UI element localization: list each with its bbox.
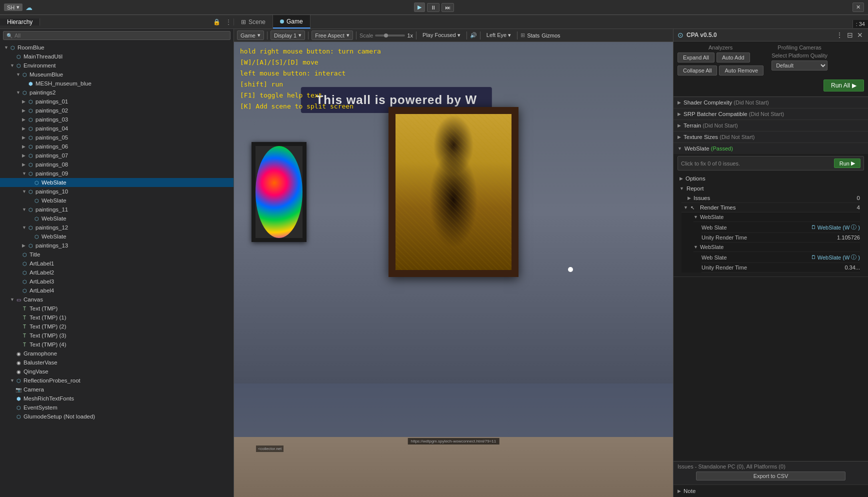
sub1-ws-link[interactable]: 🗒 WebSlate (W ⓘ ) xyxy=(811,224,860,231)
tree-item[interactable]: ▼⬡ReflectionProbes_root xyxy=(0,376,234,385)
hierarchy-menu-icon[interactable]: ⋮ xyxy=(224,18,234,26)
cpa-content[interactable]: ▶ Shader Complexity (Did Not Start) ▶ SR… xyxy=(674,97,868,461)
webslate-section-header[interactable]: ▼ WebSlate (Passed) xyxy=(674,143,868,154)
game-dropdown-arrow: ▾ xyxy=(258,32,260,38)
expand-all-button[interactable]: Expand All xyxy=(678,52,714,62)
run-button[interactable]: Run ▶ xyxy=(834,158,860,168)
tree-item[interactable]: ⬢MESH_museum_blue xyxy=(0,79,234,88)
tree-item[interactable]: ▶⬡paintings_06 xyxy=(0,142,234,151)
step-button[interactable]: ⏭ xyxy=(442,3,454,12)
terrain-section-header[interactable]: ▶ Terrain (Did Not Start) xyxy=(674,120,868,131)
pause-button[interactable]: ⏸ xyxy=(427,3,440,12)
play-focused-button[interactable]: Play Focused ▾ xyxy=(420,32,464,39)
auto-remove-button[interactable]: Auto Remove xyxy=(719,66,764,76)
close-button[interactable]: ✕ xyxy=(852,2,864,12)
tab-scene[interactable]: ⊞ Scene xyxy=(234,15,273,28)
tree-arrow-icon: ▶ xyxy=(22,162,27,167)
tree-item[interactable]: ◉QingVase xyxy=(0,367,234,376)
tree-item[interactable]: TText (TMP) (1) xyxy=(0,313,234,322)
tree-item[interactable]: ▶⬡paintings_07 xyxy=(0,151,234,160)
tree-item[interactable]: ◉BalusterVase xyxy=(0,358,234,367)
tree-item[interactable]: ⬡ArtLabel3 xyxy=(0,277,234,286)
tree-item[interactable]: ▼⬡Environment xyxy=(0,61,234,70)
tree-item[interactable]: ▶⬡paintings_01 xyxy=(0,97,234,106)
aspect-dropdown[interactable]: Free Aspect ▾ xyxy=(312,30,353,40)
tree-item[interactable]: TText (TMP) (4) xyxy=(0,340,234,349)
terrain-status: (Did Not Start) xyxy=(702,122,738,128)
tree-item[interactable]: ⬡ArtLabel4 xyxy=(0,286,234,295)
tree-item[interactable]: ⬡EventSystem xyxy=(0,403,234,412)
tree-item[interactable]: ▼⬡paintings_09 xyxy=(0,169,234,178)
tree-item[interactable]: ⬢MeshRichTextFonts xyxy=(0,394,234,403)
cpa-close-button[interactable]: ✕ xyxy=(856,31,864,39)
render-times-expand-icon[interactable]: ▼ xyxy=(682,205,688,210)
search-input[interactable] xyxy=(14,32,227,38)
tree-item[interactable]: ▶⬡paintings_02 xyxy=(0,106,234,115)
click-fix-row: Click to fix 0 of 0 issues. Run ▶ xyxy=(678,156,864,170)
tree-item[interactable]: ▼⬡paintings2 xyxy=(0,88,234,97)
tree-item[interactable]: TText (TMP) xyxy=(0,304,234,313)
tree-item[interactable]: ▶⬡paintings_05 xyxy=(0,133,234,142)
cube-icon: ⬡ xyxy=(21,269,28,276)
auto-add-button[interactable]: Auto Add xyxy=(716,52,750,62)
run-all-button[interactable]: Run All ▶ xyxy=(824,80,864,92)
collapse-all-button[interactable]: Collapse All xyxy=(678,66,717,76)
tree-item[interactable]: ▼▭Canvas xyxy=(0,295,234,304)
display-dropdown[interactable]: Display 1 ▾ xyxy=(270,30,305,40)
tree-item[interactable]: TText (TMP) (2) xyxy=(0,322,234,331)
tree-item[interactable]: ▼⬡paintings_10 xyxy=(0,187,234,196)
scale-slider[interactable] xyxy=(375,34,405,36)
tree-item[interactable]: TText (TMP) (3) xyxy=(0,331,234,340)
gramophone-icon: ◉ xyxy=(15,368,22,375)
tree-item[interactable]: ⬡GlumodeSetup (Not loaded) xyxy=(0,412,234,421)
museum-floor xyxy=(234,437,673,497)
srp-section-header[interactable]: ▶ SRP Batcher Compatible (Did Not Start) xyxy=(674,108,868,120)
tree-item[interactable]: ⬡Title xyxy=(0,250,234,259)
note-section[interactable]: ▶ Note xyxy=(674,484,868,497)
shader-section-header[interactable]: ▶ Shader Complexity (Did Not Start) xyxy=(674,97,868,108)
tree-item[interactable]: ▶⬡paintings_04 xyxy=(0,124,234,133)
sub2-header-label: WebSlate xyxy=(700,244,860,250)
game-dropdown[interactable]: Game ▾ xyxy=(237,30,264,40)
tree-item[interactable]: ▼⬡paintings_11 xyxy=(0,205,234,214)
tree-item[interactable]: ◉Gramophone xyxy=(0,349,234,358)
stats-label[interactable]: Stats xyxy=(527,32,540,38)
tree-item[interactable]: ⬡WebSlate xyxy=(0,214,234,223)
cpa-menu-button[interactable]: ⋮ xyxy=(835,31,844,39)
game-content[interactable]: This wall is powered by W <collector.net xyxy=(234,42,673,497)
sub2-ws-link[interactable]: 🗒 WebSlate (W ⓘ ) xyxy=(811,254,860,261)
tree-item[interactable]: ⬡ArtLabel2 xyxy=(0,268,234,277)
scale-label: Scale xyxy=(360,32,374,38)
export-csv-button[interactable]: Export to CSV xyxy=(696,472,845,480)
tree-item[interactable]: ▼⬡MuseumBlue xyxy=(0,70,234,79)
options-header[interactable]: ▶ Options xyxy=(678,174,864,184)
aspect-label: Free Aspect xyxy=(315,32,344,38)
tree-item[interactable]: ▶⬡paintings_08 xyxy=(0,160,234,169)
tree-item-label: WebSlate xyxy=(42,216,66,222)
tab-game[interactable]: Game xyxy=(273,15,310,28)
tree-item[interactable]: ▼⬡RoomBlue xyxy=(0,43,234,52)
tab-hierarchy[interactable]: Hierarchy xyxy=(0,18,40,26)
tree-item[interactable]: ▶⬡paintings_03 xyxy=(0,115,234,124)
cpa-minimize-button[interactable]: ⊟ xyxy=(846,31,854,39)
tree-item[interactable]: ▼⬡paintings_12 xyxy=(0,223,234,232)
play-button[interactable]: ▶ xyxy=(414,2,425,12)
hierarchy-lock-icon[interactable]: 🔒 xyxy=(210,18,224,26)
gizmos-label[interactable]: Gizmos xyxy=(542,32,560,38)
report-header[interactable]: ▼ Report xyxy=(678,184,864,194)
tree-item[interactable]: ⬡WebSlate xyxy=(0,196,234,205)
cube-icon: ⬡ xyxy=(27,242,34,249)
webslate-status: (Passed) xyxy=(711,146,733,152)
left-eye-button[interactable]: Left Eye ▾ xyxy=(484,32,514,39)
mute-icon[interactable]: 🔊 xyxy=(470,32,477,38)
texture-section-header[interactable]: ▶ Texture Sizes (Did Not Start) xyxy=(674,132,868,142)
account-badge[interactable]: SH ▾ xyxy=(4,4,22,11)
tree-item[interactable]: ⬡WebSlate xyxy=(0,232,234,241)
tree-item[interactable]: 📷Camera xyxy=(0,385,234,394)
tree-item[interactable]: ⬡MainThreadUtil xyxy=(0,52,234,61)
tree-arrow-icon: ▶ xyxy=(22,99,27,104)
tree-item[interactable]: ▶⬡paintings_13 xyxy=(0,241,234,250)
platform-select[interactable]: Default xyxy=(772,60,828,70)
tree-item[interactable]: ⬡WebSlate xyxy=(0,178,234,187)
tree-item[interactable]: ⬡ArtLabel1 xyxy=(0,259,234,268)
